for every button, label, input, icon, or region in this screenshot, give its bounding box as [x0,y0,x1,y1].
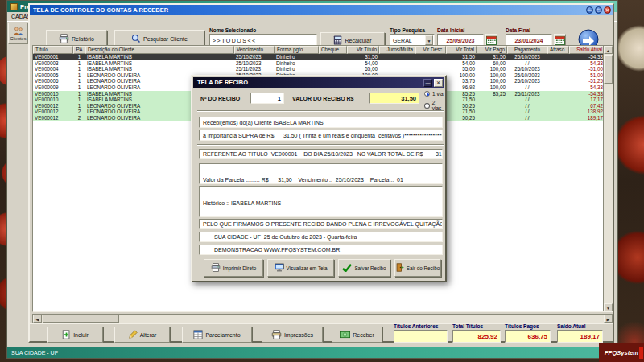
table-cell: 1 [73,54,85,60]
table-row[interactable]: VE0000041ISABELA MARTINS25/11/2023Dinhei… [33,66,605,72]
column-header[interactable]: Vlr Pago [477,46,507,54]
radio-1-via[interactable]: 1 via [424,91,444,97]
maximize-button[interactable]: □ [595,6,602,14]
table-cell [547,115,569,121]
table-cell: Dinheiro [275,66,319,72]
radio-1-via-label: 1 via [432,91,444,97]
salvar-recibo-label: Salvar Recibo [354,265,386,271]
table-cell: 71,50 [446,97,477,103]
column-header[interactable]: PA [73,46,85,54]
alterar-button[interactable]: Alterar [114,327,170,343]
table-cell: 100,00 [477,72,507,79]
column-header[interactable]: Juros/Multa [379,46,415,54]
sair-recibo-button[interactable]: Sair do Recibo [394,259,441,277]
table-cell: VE000004 [33,66,73,72]
table-cell [319,60,347,67]
alterar-label: Alterar [140,332,157,338]
table-cell [547,109,569,115]
vertical-scrollbar[interactable]: ▲ ▼ [603,46,613,311]
table-cell: VE000001 [33,54,73,60]
impressoes-button[interactable]: Impressões [262,327,323,343]
table-cell: VE000012 [33,109,73,115]
data-inicial-label: Data Inicial [437,27,464,33]
table-row[interactable]: VE0000011ISABELA MARTINS25/10/2023Dinhei… [33,54,605,60]
logo-red-square [639,347,643,359]
radio-selected-icon[interactable] [424,91,430,97]
horizontal-scrollbar[interactable]: ◀ ▶ [32,314,613,323]
valor-recibo-label: VALOR DO RECIBO R$ [292,96,354,101]
recibo-line-quitacao: PELO QUE FIRMAMOS O PRESENTE RECIBO DAND… [199,219,443,229]
imprimir-direto-button[interactable]: Imprimir Direto [204,259,263,277]
table-cell: 100,00 [446,72,477,79]
column-header[interactable]: Vlr Total [446,46,477,54]
column-header[interactable]: Forma pgto [275,46,319,54]
recibo-line-recebi: Recebi(emos) do(a) Cliente ISABELA MARTI… [199,117,443,128]
valor-recibo-input[interactable]: 31,50 [369,93,419,104]
table-row[interactable]: VE0000031ISABELA MARTINS25/10/2023Dinhei… [33,60,605,67]
table-cell: 1 [73,66,85,72]
table-cell: 189,17 [569,115,605,121]
recibo-line-cidade: SUA CIDADE - UF 25 de Outubro de 2023 - … [199,232,443,242]
receber-button[interactable]: Receber [332,327,382,343]
toolbar-clientes-button[interactable]: Clientes [8,23,28,44]
table-cell: ISABELA MARTINS [85,60,234,67]
main-toolbar: Relatório Pesquisar Cliente Nome Selecio… [30,15,613,45]
column-header[interactable]: Descrição do Cliente [85,46,234,54]
table-header: TítuloPADescrição do ClienteVencimentoFo… [33,46,605,54]
bottom-panel: Incluir Alterar Parcelamento Impressões … [30,323,613,344]
data-final-label: Data Final [506,27,530,33]
minimize-button[interactable]: — [586,6,593,14]
table-cell: -51,00 [569,72,605,79]
column-header[interactable]: Saldo Atual [569,46,605,54]
main-titlebar[interactable]: TELA DE CONTROLE DO CONTAS A RECEBER — □… [30,5,613,15]
scroll-left-icon[interactable]: ◀ [33,315,42,323]
radio-2-vias-label: 2 vias [432,100,445,111]
close-button[interactable]: ✕ [604,6,611,14]
column-header[interactable]: Vlr Título [347,46,379,54]
dialog-close-button[interactable]: ✕ [434,79,443,87]
table-cell: / / [507,109,547,115]
recibo-titlebar[interactable]: TELA DE RECIBO — ✕ [193,77,444,88]
table-cell: 85,25 [446,91,477,97]
table-cell: 55,00 [347,66,379,72]
column-header[interactable]: Atraso [547,46,569,54]
scroll-down-icon[interactable]: ▼ [604,303,613,311]
table-cell: 50,25 [446,103,477,109]
table-cell: 25/10/2023 [234,54,275,60]
incluir-button[interactable]: Incluir [47,327,103,343]
vscroll-thumb[interactable] [604,55,613,84]
scroll-right-icon[interactable]: ▶ [604,315,613,323]
table-cell: VE000010 [33,91,73,97]
scroll-up-icon[interactable]: ▲ [604,46,613,54]
column-header[interactable]: Vlr Desc. [415,46,446,54]
salvar-recibo-button[interactable]: Salvar Recibo [338,259,390,277]
visualizar-tela-button[interactable]: Visualizar em Tela [267,259,334,277]
column-header[interactable]: Cheque [319,46,347,54]
recibo-parcela-block: Valor da Parcela ......... R$ 31,50 Venc… [199,163,443,184]
parcelamento-button[interactable]: Parcelamento [182,327,252,343]
table-cell: -51,25 [569,78,605,84]
table-cell: -54,33 [569,91,605,97]
toolbar-clientes-label: Clientes [10,36,27,41]
tipo-pesquisa-label: Tipo Pesquisa [390,27,425,33]
column-header[interactable]: Pagamento [507,46,547,54]
incluir-label: Incluir [73,332,89,338]
radio-unselected-icon[interactable] [424,103,430,109]
table-cell: / / [507,84,547,91]
table-cell [319,66,347,72]
hscroll-thumb[interactable] [43,315,119,323]
dialog-minimize-button[interactable]: — [423,79,432,87]
table-cell: ISABELA MARTINS [85,66,234,72]
radio-2-vias[interactable]: 2 vias [424,100,445,111]
column-header[interactable]: Vencimento [234,46,275,54]
add-document-icon [62,330,71,340]
numero-recibo-label: Nº DO RECIBO [200,96,240,101]
table-cell: / / [507,60,547,67]
table-cell: -54,33 [569,54,605,60]
numero-recibo-input[interactable]: 1 [250,93,284,104]
printer-icon [211,263,221,273]
column-header[interactable]: Título [33,46,73,54]
table-cell: VE000010 [33,97,73,103]
printer-icon [271,330,282,340]
chevron-down-icon[interactable]: ▼ [425,35,433,45]
